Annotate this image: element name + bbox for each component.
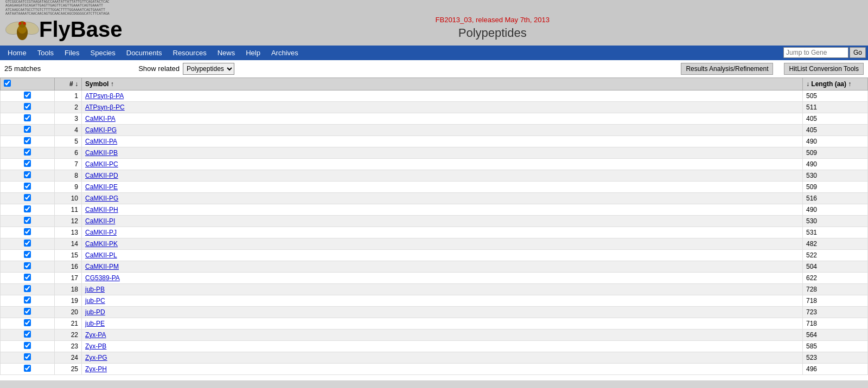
sort-symbol-up-icon[interactable]: ↑ <box>111 80 114 88</box>
row-symbol[interactable]: CaMKII-PM <box>82 261 803 272</box>
row-number: 20 <box>55 306 82 318</box>
jump-to-gene-input[interactable] <box>783 47 848 58</box>
row-checkbox-cell <box>1 170 55 181</box>
row-checkbox[interactable] <box>24 308 31 315</box>
row-number: 11 <box>55 204 82 215</box>
nav-archives[interactable]: Archives <box>266 47 304 59</box>
row-checkbox[interactable] <box>24 194 31 201</box>
row-checkbox-cell <box>1 147 55 158</box>
row-checkbox[interactable] <box>24 240 31 247</box>
row-checkbox[interactable] <box>24 114 31 121</box>
row-symbol[interactable]: CaMKII-PI <box>82 215 803 227</box>
hitlist-conversion-button[interactable]: HitList Conversion Tools <box>784 63 864 75</box>
row-number: 15 <box>55 249 82 261</box>
row-symbol[interactable]: CaMKII-PJ <box>82 227 803 238</box>
table-row: 5 CaMKII-PA 490 <box>1 135 868 147</box>
row-symbol[interactable]: jub-PD <box>82 306 803 318</box>
row-symbol[interactable]: Zyx-PA <box>82 329 803 340</box>
nav-home[interactable]: Home <box>2 47 32 59</box>
row-symbol[interactable]: jub-PC <box>82 295 803 306</box>
row-symbol[interactable]: CaMKI-PA <box>82 113 803 124</box>
nav-documents[interactable]: Documents <box>121 47 168 59</box>
nav-species[interactable]: Species <box>85 47 121 59</box>
header-symbol-col[interactable]: Symbol ↑ <box>82 77 803 90</box>
table-row: 4 CaMKI-PG 405 <box>1 124 868 135</box>
row-number: 8 <box>55 170 82 181</box>
row-checkbox[interactable] <box>24 228 31 235</box>
row-checkbox[interactable] <box>24 148 31 156</box>
row-symbol[interactable]: CaMKII-PK <box>82 238 803 249</box>
row-checkbox[interactable] <box>24 92 31 99</box>
sort-length-down-icon[interactable]: ↓ <box>806 80 809 88</box>
row-number: 25 <box>55 363 82 374</box>
row-checkbox[interactable] <box>24 160 31 167</box>
row-checkbox[interactable] <box>24 126 31 133</box>
row-symbol[interactable]: CaMKII-PB <box>82 147 803 158</box>
sort-num-down-icon[interactable]: ↓ <box>75 80 78 88</box>
row-length: 511 <box>803 101 868 113</box>
row-checkbox[interactable] <box>24 365 31 372</box>
table-row: 9 CaMKII-PE 509 <box>1 181 868 192</box>
row-symbol[interactable]: CaMKII-PH <box>82 204 803 215</box>
header-number-col[interactable]: # ↓ <box>55 77 82 90</box>
go-button[interactable]: Go <box>850 47 866 58</box>
nav-tools[interactable]: Tools <box>32 47 59 59</box>
row-checkbox[interactable] <box>24 262 31 269</box>
row-checkbox[interactable] <box>24 251 31 258</box>
nav-help[interactable]: Help <box>240 47 266 59</box>
row-checkbox[interactable] <box>24 331 31 338</box>
row-symbol[interactable]: Zyx-PB <box>82 340 803 352</box>
row-symbol[interactable]: CaMKII-PD <box>82 170 803 181</box>
row-checkbox[interactable] <box>24 183 31 190</box>
row-symbol[interactable]: CaMKII-PL <box>82 249 803 261</box>
row-checkbox[interactable] <box>24 171 31 178</box>
row-checkbox[interactable] <box>24 103 31 110</box>
row-length: 718 <box>803 295 868 306</box>
select-all-checkbox[interactable] <box>4 80 11 87</box>
table-row: 19 jub-PC 718 <box>1 295 868 306</box>
row-checkbox[interactable] <box>24 296 31 303</box>
row-checkbox[interactable] <box>24 205 31 212</box>
row-symbol[interactable]: CaMKII-PE <box>82 181 803 192</box>
row-checkbox[interactable] <box>24 137 31 144</box>
row-number: 17 <box>55 272 82 283</box>
row-symbol[interactable]: jub-PB <box>82 283 803 295</box>
row-number: 7 <box>55 158 82 170</box>
row-length: 496 <box>803 363 868 374</box>
row-symbol[interactable]: CaMKII-PC <box>82 158 803 170</box>
row-number: 14 <box>55 238 82 249</box>
row-number: 9 <box>55 181 82 192</box>
row-symbol[interactable]: CaMKII-PA <box>82 135 803 147</box>
row-length: 509 <box>803 147 868 158</box>
row-checkbox[interactable] <box>24 319 31 326</box>
row-checkbox[interactable] <box>24 274 31 281</box>
nav-news[interactable]: News <box>212 47 241 59</box>
show-related-select[interactable]: Polypeptides Genes Alleles Transcripts <box>183 63 234 75</box>
results-analysis-button[interactable]: Results Analysis/Refinement <box>681 63 773 75</box>
navbar: Home Tools Files Species Documents Resou… <box>0 46 868 60</box>
row-number: 4 <box>55 124 82 135</box>
row-length: 509 <box>803 181 868 192</box>
fly-icon <box>5 16 39 43</box>
row-checkbox[interactable] <box>24 217 31 224</box>
row-checkbox[interactable] <box>24 285 31 292</box>
row-symbol[interactable]: ATPsyn-β-PC <box>82 101 803 113</box>
row-length: 504 <box>803 261 868 272</box>
row-length: 723 <box>803 306 868 318</box>
row-symbol[interactable]: ATPsyn-β-PA <box>82 90 803 101</box>
row-symbol[interactable]: CG5389-PA <box>82 272 803 283</box>
row-symbol[interactable]: CaMKI-PG <box>82 124 803 135</box>
row-number: 1 <box>55 90 82 101</box>
nav-resources[interactable]: Resources <box>168 47 212 59</box>
sort-length-up-icon[interactable]: ↑ <box>848 80 851 88</box>
header-info: FB2013_03, released May 7th, 2013 Polype… <box>122 16 863 43</box>
row-symbol[interactable]: jub-PE <box>82 318 803 329</box>
nav-files[interactable]: Files <box>59 47 85 59</box>
row-symbol[interactable]: Zyx-PH <box>82 363 803 374</box>
row-checkbox[interactable] <box>24 353 31 360</box>
row-symbol[interactable]: CaMKII-PG <box>82 192 803 204</box>
row-symbol[interactable]: Zyx-PG <box>82 352 803 363</box>
header-length-col[interactable]: ↓ Length (aa) ↑ <box>803 77 868 90</box>
row-checkbox[interactable] <box>24 342 31 349</box>
matches-label: 25 matches <box>4 64 41 73</box>
